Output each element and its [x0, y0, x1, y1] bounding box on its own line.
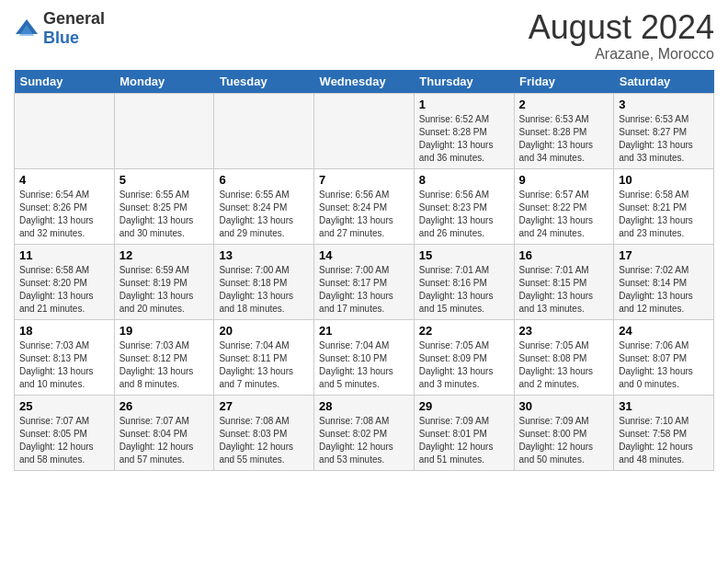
- calendar-day-cell: 17Sunrise: 7:02 AM Sunset: 8:14 PM Dayli…: [614, 244, 714, 319]
- calendar-week-row: 25Sunrise: 7:07 AM Sunset: 8:05 PM Dayli…: [15, 395, 714, 470]
- day-number: 1: [419, 98, 509, 111]
- calendar-week-row: 11Sunrise: 6:58 AM Sunset: 8:20 PM Dayli…: [15, 244, 714, 319]
- day-info: Sunrise: 6:58 AM Sunset: 8:21 PM Dayligh…: [619, 189, 709, 240]
- day-info: Sunrise: 6:52 AM Sunset: 8:28 PM Dayligh…: [419, 113, 509, 165]
- weekday-header-thursday: Thursday: [414, 70, 514, 94]
- calendar-day-cell: 21Sunrise: 7:04 AM Sunset: 8:10 PM Dayli…: [314, 319, 415, 395]
- day-number: 8: [419, 173, 509, 187]
- day-info: Sunrise: 7:01 AM Sunset: 8:15 PM Dayligh…: [519, 264, 609, 316]
- calendar-day-cell: 1Sunrise: 6:52 AM Sunset: 8:28 PM Daylig…: [414, 93, 514, 168]
- day-number: 19: [119, 324, 210, 338]
- calendar-day-cell: 14Sunrise: 7:00 AM Sunset: 8:17 PM Dayli…: [314, 244, 415, 319]
- day-number: 29: [419, 399, 509, 413]
- day-info: Sunrise: 7:04 AM Sunset: 8:10 PM Dayligh…: [319, 339, 409, 391]
- day-number: 27: [219, 399, 309, 413]
- day-info: Sunrise: 7:08 AM Sunset: 8:03 PM Dayligh…: [219, 415, 309, 466]
- day-info: Sunrise: 6:54 AM Sunset: 8:26 PM Dayligh…: [19, 189, 109, 240]
- weekday-header-monday: Monday: [114, 70, 214, 94]
- calendar-day-cell: [214, 93, 314, 168]
- day-info: Sunrise: 7:05 AM Sunset: 8:08 PM Dayligh…: [519, 339, 609, 391]
- logo-general: General: [43, 9, 105, 28]
- day-number: 2: [519, 98, 609, 111]
- day-info: Sunrise: 7:07 AM Sunset: 8:05 PM Dayligh…: [19, 415, 109, 466]
- weekday-header-row: SundayMondayTuesdayWednesdayThursdayFrid…: [15, 70, 714, 94]
- calendar-day-cell: 10Sunrise: 6:58 AM Sunset: 8:21 PM Dayli…: [614, 168, 714, 244]
- logo: General Blue: [14, 9, 105, 48]
- calendar-day-cell: 3Sunrise: 6:53 AM Sunset: 8:27 PM Daylig…: [614, 93, 714, 168]
- day-number: 30: [519, 399, 609, 413]
- calendar-week-row: 18Sunrise: 7:03 AM Sunset: 8:13 PM Dayli…: [15, 319, 714, 395]
- day-number: 26: [119, 399, 210, 413]
- calendar-day-cell: 30Sunrise: 7:09 AM Sunset: 8:00 PM Dayli…: [514, 395, 614, 470]
- calendar-day-cell: 27Sunrise: 7:08 AM Sunset: 8:03 PM Dayli…: [214, 395, 314, 470]
- day-number: 21: [319, 324, 409, 338]
- day-number: 6: [219, 173, 309, 187]
- day-info: Sunrise: 7:00 AM Sunset: 8:18 PM Dayligh…: [219, 264, 309, 316]
- day-number: 18: [19, 324, 109, 338]
- day-info: Sunrise: 6:57 AM Sunset: 8:22 PM Dayligh…: [519, 189, 609, 240]
- day-number: 20: [219, 324, 309, 338]
- day-info: Sunrise: 6:56 AM Sunset: 8:24 PM Dayligh…: [319, 189, 409, 240]
- calendar-day-cell: 15Sunrise: 7:01 AM Sunset: 8:16 PM Dayli…: [414, 244, 514, 319]
- day-info: Sunrise: 7:03 AM Sunset: 8:13 PM Dayligh…: [19, 339, 109, 391]
- day-info: Sunrise: 7:01 AM Sunset: 8:16 PM Dayligh…: [419, 264, 509, 316]
- day-number: 15: [419, 248, 509, 262]
- calendar-day-cell: 20Sunrise: 7:04 AM Sunset: 8:11 PM Dayli…: [214, 319, 314, 395]
- day-number: 24: [619, 324, 709, 338]
- day-number: 4: [19, 173, 109, 187]
- day-number: 31: [619, 399, 709, 413]
- day-number: 16: [519, 248, 609, 262]
- calendar-day-cell: 5Sunrise: 6:55 AM Sunset: 8:25 PM Daylig…: [114, 168, 214, 244]
- calendar-day-cell: 24Sunrise: 7:06 AM Sunset: 8:07 PM Dayli…: [614, 319, 714, 395]
- day-info: Sunrise: 7:00 AM Sunset: 8:17 PM Dayligh…: [319, 264, 409, 316]
- day-info: Sunrise: 6:55 AM Sunset: 8:25 PM Dayligh…: [119, 189, 210, 240]
- calendar-day-cell: 2Sunrise: 6:53 AM Sunset: 8:28 PM Daylig…: [514, 93, 614, 168]
- day-number: 9: [519, 173, 609, 187]
- day-number: 13: [219, 248, 309, 262]
- day-info: Sunrise: 7:07 AM Sunset: 8:04 PM Dayligh…: [119, 415, 210, 466]
- weekday-header-saturday: Saturday: [614, 70, 714, 94]
- day-number: 25: [19, 399, 109, 413]
- day-info: Sunrise: 6:55 AM Sunset: 8:24 PM Dayligh…: [219, 189, 309, 240]
- calendar-day-cell: 6Sunrise: 6:55 AM Sunset: 8:24 PM Daylig…: [214, 168, 314, 244]
- day-info: Sunrise: 7:09 AM Sunset: 8:00 PM Dayligh…: [519, 415, 609, 466]
- location-subtitle: Arazane, Morocco: [529, 46, 714, 63]
- calendar-day-cell: 12Sunrise: 6:59 AM Sunset: 8:19 PM Dayli…: [114, 244, 214, 319]
- calendar-day-cell: 19Sunrise: 7:03 AM Sunset: 8:12 PM Dayli…: [114, 319, 214, 395]
- calendar-day-cell: 31Sunrise: 7:10 AM Sunset: 7:58 PM Dayli…: [614, 395, 714, 470]
- calendar-day-cell: 29Sunrise: 7:09 AM Sunset: 8:01 PM Dayli…: [414, 395, 514, 470]
- calendar-day-cell: [15, 93, 115, 168]
- calendar-day-cell: 4Sunrise: 6:54 AM Sunset: 8:26 PM Daylig…: [15, 168, 115, 244]
- logo-blue: Blue: [43, 29, 79, 47]
- calendar-day-cell: 8Sunrise: 6:56 AM Sunset: 8:23 PM Daylig…: [414, 168, 514, 244]
- month-year-title: August 2024: [529, 9, 714, 46]
- day-number: 11: [19, 248, 109, 262]
- day-number: 14: [319, 248, 409, 262]
- calendar-day-cell: 28Sunrise: 7:08 AM Sunset: 8:02 PM Dayli…: [314, 395, 415, 470]
- calendar-day-cell: [114, 93, 214, 168]
- day-info: Sunrise: 6:56 AM Sunset: 8:23 PM Dayligh…: [419, 189, 509, 240]
- calendar-day-cell: 13Sunrise: 7:00 AM Sunset: 8:18 PM Dayli…: [214, 244, 314, 319]
- calendar-day-cell: 26Sunrise: 7:07 AM Sunset: 8:04 PM Dayli…: [114, 395, 214, 470]
- day-number: 7: [319, 173, 409, 187]
- calendar-day-cell: 9Sunrise: 6:57 AM Sunset: 8:22 PM Daylig…: [514, 168, 614, 244]
- day-number: 3: [619, 98, 709, 111]
- day-info: Sunrise: 7:04 AM Sunset: 8:11 PM Dayligh…: [219, 339, 309, 391]
- day-info: Sunrise: 6:53 AM Sunset: 8:28 PM Dayligh…: [519, 113, 609, 165]
- calendar-day-cell: 22Sunrise: 7:05 AM Sunset: 8:09 PM Dayli…: [414, 319, 514, 395]
- day-info: Sunrise: 7:03 AM Sunset: 8:12 PM Dayligh…: [119, 339, 210, 391]
- weekday-header-tuesday: Tuesday: [214, 70, 314, 94]
- day-number: 12: [119, 248, 210, 262]
- day-info: Sunrise: 7:09 AM Sunset: 8:01 PM Dayligh…: [419, 415, 509, 466]
- calendar-week-row: 4Sunrise: 6:54 AM Sunset: 8:26 PM Daylig…: [15, 168, 714, 244]
- weekday-header-wednesday: Wednesday: [314, 70, 415, 94]
- calendar-day-cell: 23Sunrise: 7:05 AM Sunset: 8:08 PM Dayli…: [514, 319, 614, 395]
- calendar-day-cell: 11Sunrise: 6:58 AM Sunset: 8:20 PM Dayli…: [15, 244, 115, 319]
- day-number: 5: [119, 173, 210, 187]
- logo-text: General Blue: [43, 9, 105, 48]
- day-number: 23: [519, 324, 609, 338]
- day-info: Sunrise: 7:02 AM Sunset: 8:14 PM Dayligh…: [619, 264, 709, 316]
- day-number: 10: [619, 173, 709, 187]
- calendar-day-cell: [314, 93, 415, 168]
- weekday-header-friday: Friday: [514, 70, 614, 94]
